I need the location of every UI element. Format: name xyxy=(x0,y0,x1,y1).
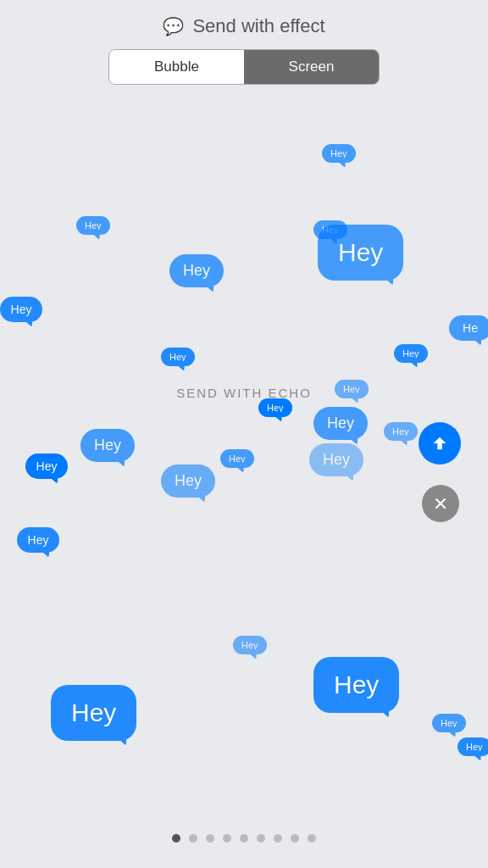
message-bubble: Hey xyxy=(51,685,136,741)
message-bubble: Hey xyxy=(25,453,68,479)
message-bubble: Hey xyxy=(458,737,488,756)
page-dot[interactable] xyxy=(257,834,265,843)
page-dots xyxy=(172,834,316,843)
effect-icon: 💬 xyxy=(163,16,184,36)
message-bubble: Hey xyxy=(169,254,224,287)
page-dot[interactable] xyxy=(189,834,197,843)
message-bubble: Hey xyxy=(17,527,59,553)
message-bubble: Hey xyxy=(313,407,368,440)
close-icon xyxy=(432,495,449,512)
effect-label: SEND WITH ECHO xyxy=(176,386,312,400)
message-bubble: Hey xyxy=(220,449,254,468)
message-bubble: Hey xyxy=(432,714,466,732)
toggle-group: Bubble Screen xyxy=(108,49,380,85)
message-bubble: He xyxy=(449,315,488,341)
send-button[interactable] xyxy=(419,422,461,465)
message-bubble: Hey xyxy=(394,344,428,363)
page-dot[interactable] xyxy=(172,834,180,843)
page-dot[interactable] xyxy=(291,834,299,843)
message-bubble: Hey xyxy=(258,398,292,417)
message-bubble: Hey xyxy=(0,297,42,322)
message-bubble: Hey xyxy=(80,429,135,462)
page-dot[interactable] xyxy=(206,834,214,843)
message-bubble: Hey xyxy=(335,380,369,398)
message-bubble: Hey xyxy=(384,422,418,441)
message-bubble: Hey xyxy=(313,657,399,713)
message-bubble: Hey xyxy=(161,465,215,498)
header: 💬 Send with effect xyxy=(0,0,488,49)
effect-toggle: Bubble Screen xyxy=(0,49,488,85)
message-bubble: Hey xyxy=(233,636,267,654)
bubble-tab[interactable]: Bubble xyxy=(109,50,244,84)
cancel-button[interactable] xyxy=(422,485,459,522)
effect-area: HeyHeyHeyHeyHeyHeyHeHeyHeyHeyHeyHeyHeyHe… xyxy=(0,0,488,868)
message-bubble: Hey xyxy=(309,443,363,476)
message-bubble: Hey xyxy=(322,144,356,163)
message-bubble: Hey xyxy=(76,216,110,235)
screen-tab[interactable]: Screen xyxy=(244,50,379,84)
header-title: Send with effect xyxy=(192,15,324,37)
page-dot[interactable] xyxy=(240,834,248,843)
send-icon xyxy=(430,434,449,453)
message-bubble: Hey xyxy=(318,225,403,281)
page-dot[interactable] xyxy=(308,834,316,843)
page-dot[interactable] xyxy=(274,834,282,843)
page-dot[interactable] xyxy=(223,834,231,843)
message-bubble: Hey xyxy=(161,348,195,366)
